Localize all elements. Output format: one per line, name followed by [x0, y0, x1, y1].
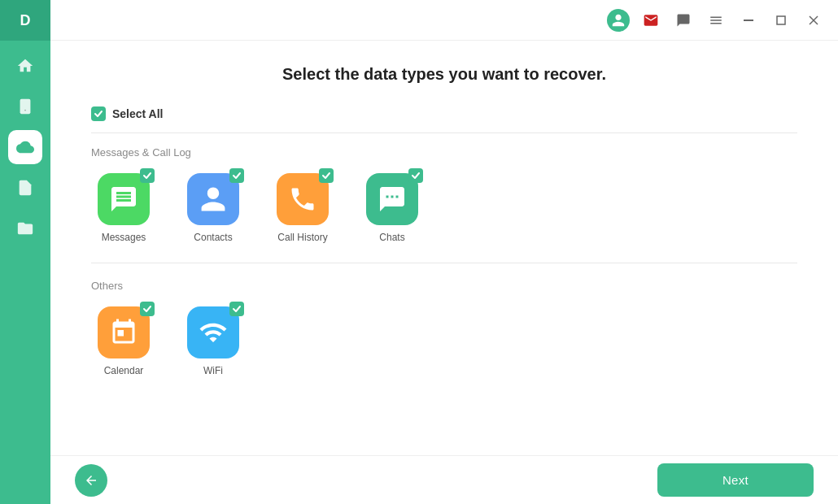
next-button[interactable]: Next	[657, 463, 814, 497]
item-messages[interactable]: Messages	[91, 173, 156, 243]
minimize-button[interactable]	[737, 9, 760, 32]
sidebar-item-files[interactable]	[8, 171, 42, 205]
content-area: Select the data types you want to recove…	[50, 41, 838, 455]
messages-check	[140, 168, 155, 183]
call-history-icon-wrapper	[277, 173, 329, 225]
contacts-label: Contacts	[194, 232, 232, 243]
calendar-check	[140, 302, 155, 316]
item-call-history[interactable]: Call History	[270, 173, 335, 243]
svg-point-1	[24, 110, 26, 111]
menu-button[interactable]	[705, 9, 727, 32]
chats-label: Chats	[379, 232, 404, 243]
sidebar-item-phone[interactable]	[8, 89, 42, 124]
svg-rect-2	[744, 20, 753, 21]
messages-label: Messages	[102, 232, 146, 243]
logo-text: D	[20, 12, 31, 29]
sidebar-item-home[interactable]	[8, 49, 42, 83]
select-all-label: Select All	[112, 107, 164, 120]
app-logo: D	[0, 0, 50, 41]
bottom-bar: Next	[50, 455, 838, 504]
section-title-messages: Messages & Call Log	[91, 146, 797, 159]
call-history-check	[319, 168, 334, 183]
close-button[interactable]	[802, 9, 825, 32]
calendar-icon-wrapper	[98, 306, 150, 358]
svg-rect-3	[777, 16, 785, 24]
section-title-others: Others	[91, 280, 797, 292]
chats-check	[408, 168, 423, 183]
mail-icon[interactable]	[639, 9, 662, 32]
item-wifi[interactable]: WiFi	[181, 306, 246, 376]
main-window: Select the data types you want to recove…	[50, 0, 838, 504]
section-divider	[91, 263, 797, 263]
sidebar-item-cloud[interactable]	[8, 130, 42, 164]
avatar-icon[interactable]	[607, 9, 630, 32]
titlebar	[50, 0, 838, 41]
contacts-check	[229, 168, 244, 183]
sidebar-item-folder[interactable]	[8, 211, 42, 245]
select-all-row: Select All	[91, 106, 797, 133]
select-all-checkbox[interactable]	[91, 106, 106, 121]
sidebar: D	[0, 0, 50, 504]
contacts-icon-wrapper	[187, 173, 239, 225]
item-calendar[interactable]: Calendar	[91, 306, 156, 376]
chats-icon-wrapper	[366, 173, 418, 225]
maximize-button[interactable]	[770, 9, 792, 32]
messages-grid: Messages Contacts	[91, 173, 797, 243]
item-contacts[interactable]: Contacts	[181, 173, 246, 243]
chat-button[interactable]	[672, 9, 695, 32]
calendar-label: Calendar	[104, 365, 144, 376]
back-button[interactable]	[75, 464, 107, 497]
wifi-label: WiFi	[203, 365, 223, 376]
wifi-check	[229, 302, 244, 316]
item-chats[interactable]: Chats	[360, 173, 425, 243]
svg-rect-0	[20, 99, 31, 114]
others-grid: Calendar WiFi	[91, 306, 797, 376]
messages-icon-wrapper	[98, 173, 150, 225]
wifi-icon-wrapper	[187, 306, 239, 358]
page-title: Select the data types you want to recove…	[91, 65, 797, 84]
call-history-label: Call History	[277, 232, 327, 243]
